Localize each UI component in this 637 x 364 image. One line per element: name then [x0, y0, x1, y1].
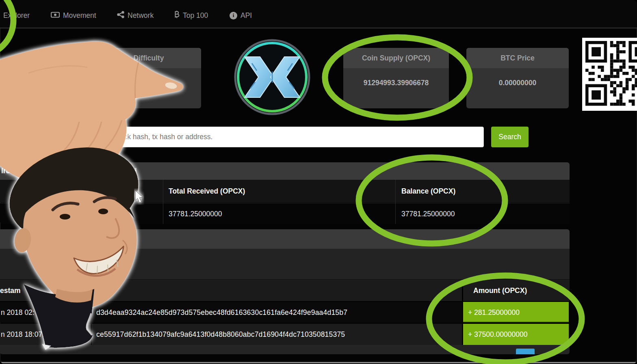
transactions-panel-header	[0, 229, 570, 249]
total-received-header: Total Received (OPCX)	[169, 180, 245, 202]
difficulty-card: Difficulty 31	[96, 48, 201, 108]
difficulty-value: 31	[162, 78, 169, 87]
address-panel-header: lr8 6i	[0, 162, 570, 180]
tx-timestamp: n 2018 18:07:2	[1, 324, 48, 345]
btc-price-value: 0.00000000	[466, 68, 569, 87]
coin-logo	[234, 39, 310, 117]
column-divider	[163, 180, 163, 224]
nav-top100[interactable]: Top 100	[174, 10, 208, 21]
nav-api[interactable]: i API	[230, 10, 252, 21]
tx-hash: ce55917d62f1b134079afc9a6413f0d48b8060ab…	[96, 324, 345, 345]
coin-supply-value: 91294993.39906678	[343, 68, 449, 87]
coin-supply-label: Coin Supply (OPCX)	[343, 48, 449, 68]
balance-header: Balance (OPCX)	[401, 180, 455, 202]
nav-network[interactable]: Network	[117, 10, 154, 21]
share-icon	[117, 11, 124, 20]
nav-label: API	[240, 11, 252, 20]
address-table-row: 37781.25000000 37781.25000000	[0, 203, 570, 224]
transactions-footer	[0, 345, 570, 354]
total-received-value: 37781.25000000	[169, 203, 222, 224]
difficulty-label: Difficulty	[96, 48, 201, 68]
transaction-row: n 2018 18:07:2 ce55917d62f1b134079afc9a6…	[0, 323, 570, 345]
tx-timestamp: n 2018 02:	[1, 302, 35, 323]
address-fragment: lr8	[1, 162, 10, 180]
explorer-page: Explorer Movement Network Top 100 i API …	[0, 0, 637, 364]
nav-label: Top 100	[183, 11, 208, 20]
hash-header: Hash	[96, 280, 114, 302]
transactions-table-header: estam Hash Amount (OPCX)	[0, 279, 570, 301]
search-button[interactable]: Search	[491, 127, 529, 147]
nav-label: Network	[128, 11, 154, 20]
address-fragment: 6i	[131, 162, 137, 180]
nav-label: Movement	[63, 11, 96, 20]
btc-price-label: BTC Price	[466, 48, 569, 68]
info-icon: i	[230, 12, 237, 19]
column-divider	[462, 279, 463, 345]
transaction-row: n 2018 02: d3d4eaa9324ac24e85d973d575ebe…	[0, 301, 570, 323]
search-input[interactable]	[66, 127, 484, 147]
transactions-toolbar	[0, 249, 570, 279]
nav-movement[interactable]: Movement	[51, 10, 96, 21]
timestamp-header: estam	[0, 280, 21, 302]
money-icon	[51, 11, 60, 20]
navbar: Explorer Movement Network Top 100 i API	[0, 0, 637, 28]
tx-amount: + 281.25000000	[463, 302, 569, 323]
address-table-header: Total Received (OPCX) Balance (OPCX)	[0, 180, 570, 202]
tx-amount: + 37500.00000000	[463, 324, 569, 345]
qr-code	[582, 38, 637, 111]
tx-hash: d3d4eaa9324ac24e85d973d575ebec48fd616363…	[96, 302, 347, 323]
amount-header: Amount (OPCX)	[473, 280, 527, 302]
bitcoin-icon	[174, 11, 180, 20]
column-divider	[91, 279, 92, 345]
btc-price-card: BTC Price 0.00000000	[466, 48, 569, 108]
column-divider	[395, 180, 396, 224]
coin-supply-card: Coin Supply (OPCX) 91294993.39906678	[343, 48, 449, 108]
nav-label: Explorer	[3, 11, 30, 20]
balance-value: 37781.25000000	[401, 203, 455, 224]
frame-bottom-edge	[0, 362, 637, 363]
pagination-active-page[interactable]	[516, 349, 535, 354]
nav-explorer[interactable]: Explorer	[3, 10, 30, 21]
